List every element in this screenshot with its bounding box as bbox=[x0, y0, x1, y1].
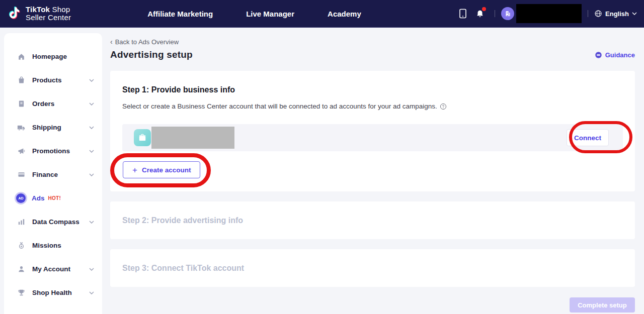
guidance-icon bbox=[595, 51, 602, 59]
shipping-truck-icon bbox=[17, 123, 26, 132]
main-content: ‹ Back to Ads Overview Advertising setup… bbox=[102, 28, 644, 314]
divider bbox=[588, 10, 588, 17]
finance-card-icon bbox=[17, 170, 26, 179]
create-account-label: Create account bbox=[142, 166, 191, 174]
sidebar-item-label: My Account bbox=[32, 265, 70, 273]
step3-card: Step 3: Connect TikTok account bbox=[110, 249, 635, 287]
sidebar-item-label: Orders bbox=[32, 100, 54, 108]
chevron-down-icon bbox=[89, 150, 94, 153]
orders-document-icon bbox=[17, 99, 26, 109]
products-bag-icon bbox=[17, 76, 26, 85]
language-label: English bbox=[605, 10, 629, 18]
back-to-ads-overview-link[interactable]: ‹ Back to Ads Overview bbox=[110, 38, 179, 46]
step1-description: Select or create a Business Center accou… bbox=[122, 102, 437, 111]
top-navbar: TikTok Shop Seller Center Affiliate Mark… bbox=[0, 0, 644, 28]
nav-affiliate-marketing[interactable]: Affiliate Marketing bbox=[147, 10, 213, 18]
step2-card: Step 2: Provide advertising info bbox=[110, 201, 635, 239]
step1-card: Step 1: Provide business info Select or … bbox=[110, 71, 635, 191]
step1-title: Step 1: Provide business info bbox=[122, 85, 623, 95]
nav-academy[interactable]: Academy bbox=[328, 10, 361, 18]
help-question-icon[interactable] bbox=[440, 103, 447, 110]
shop-health-trophy-icon bbox=[17, 288, 26, 297]
sidebar-item-label: Products bbox=[32, 76, 62, 84]
back-chevron-icon: ‹ bbox=[110, 38, 113, 46]
plus-icon: + bbox=[132, 166, 137, 174]
brand-text: TikTok Shop Seller Center bbox=[26, 6, 71, 22]
notification-bell-icon[interactable] bbox=[471, 5, 489, 22]
chevron-down-icon bbox=[89, 102, 94, 106]
sidebar-item-shipping[interactable]: Shipping bbox=[4, 116, 102, 139]
redacted-username bbox=[516, 4, 582, 23]
chevron-down-icon bbox=[89, 126, 94, 129]
sidebar-item-label: Ads bbox=[32, 194, 45, 202]
connect-button[interactable]: Connect bbox=[567, 129, 609, 146]
sidebar-item-finance[interactable]: Finance bbox=[4, 163, 102, 186]
mobile-app-icon[interactable] bbox=[454, 5, 471, 22]
page-title: Advertising setup bbox=[110, 49, 193, 60]
complete-setup-button[interactable]: Complete setup bbox=[570, 297, 635, 312]
navbar-right: English bbox=[454, 4, 637, 23]
primary-nav: Affiliate Marketing Live Manager Academy bbox=[147, 10, 361, 18]
sidebar: Homepage Products Orders Shipping Promot… bbox=[4, 33, 102, 314]
tiktok-shop-logo[interactable]: TikTok Shop Seller Center bbox=[7, 5, 71, 23]
sidebar-item-label: Shop Health bbox=[32, 289, 72, 296]
chevron-down-icon bbox=[89, 268, 94, 271]
nav-live-manager[interactable]: Live Manager bbox=[246, 10, 294, 18]
sidebar-item-label: Shipping bbox=[32, 124, 61, 131]
business-center-icon bbox=[134, 129, 151, 146]
business-account-row: Connect bbox=[122, 124, 623, 151]
sidebar-item-products[interactable]: Products bbox=[4, 68, 102, 92]
sidebar-item-label: Finance bbox=[32, 171, 58, 178]
notification-badge bbox=[482, 7, 486, 11]
ads-badge-icon: AD bbox=[16, 193, 26, 203]
chevron-down-icon bbox=[632, 12, 637, 15]
sidebar-item-label: Data Compass bbox=[32, 218, 79, 226]
my-account-person-icon bbox=[17, 265, 26, 274]
globe-icon bbox=[594, 10, 602, 18]
chevron-down-icon bbox=[89, 79, 94, 82]
sidebar-item-promotions[interactable]: Promotions bbox=[4, 139, 102, 163]
sidebar-item-label: Missions bbox=[32, 242, 61, 249]
guidance-label: Guidance bbox=[605, 51, 635, 59]
language-selector[interactable]: English bbox=[594, 10, 637, 18]
brand-shop: Shop bbox=[50, 5, 70, 14]
redacted-account-name bbox=[151, 127, 234, 149]
chevron-down-icon bbox=[89, 221, 94, 224]
divider bbox=[495, 10, 495, 17]
sidebar-item-data-compass[interactable]: Data Compass bbox=[4, 210, 102, 234]
brand-tiktok: TikTok bbox=[26, 5, 50, 14]
sidebar-item-homepage[interactable]: Homepage bbox=[4, 45, 102, 68]
sidebar-item-label: Promotions bbox=[32, 147, 70, 155]
step3-title: Step 3: Connect TikTok account bbox=[122, 264, 244, 273]
sidebar-item-my-account[interactable]: My Account bbox=[4, 257, 102, 281]
sidebar-item-label: Homepage bbox=[32, 53, 67, 60]
sidebar-item-ads[interactable]: AD Ads HOT! bbox=[4, 186, 102, 210]
brand-seller-center: Seller Center bbox=[26, 14, 71, 22]
chevron-down-icon bbox=[89, 291, 94, 294]
data-compass-chart-icon bbox=[17, 218, 26, 227]
guidance-link[interactable]: Guidance bbox=[595, 51, 635, 59]
sidebar-item-missions[interactable]: Missions bbox=[4, 234, 102, 257]
home-icon bbox=[17, 52, 26, 61]
promotions-megaphone-icon bbox=[17, 147, 26, 156]
hot-badge: HOT! bbox=[48, 195, 61, 201]
step2-title: Step 2: Provide advertising info bbox=[122, 216, 243, 225]
tiktok-note-icon bbox=[7, 5, 22, 23]
sidebar-item-orders[interactable]: Orders bbox=[4, 92, 102, 116]
sidebar-item-shop-health[interactable]: Shop Health bbox=[4, 281, 102, 304]
back-link-label: Back to Ads Overview bbox=[115, 38, 179, 46]
account-avatar[interactable] bbox=[501, 7, 514, 20]
create-account-button[interactable]: + Create account bbox=[123, 161, 200, 178]
chevron-down-icon bbox=[89, 173, 94, 176]
missions-medal-icon bbox=[17, 241, 26, 250]
